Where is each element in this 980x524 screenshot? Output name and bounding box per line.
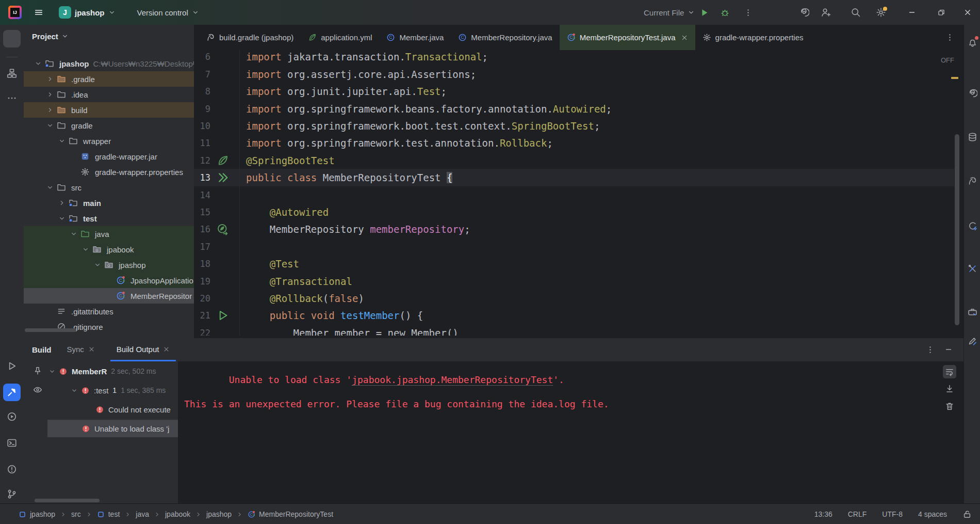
code-line-12[interactable]: 12@SpringBootTest <box>194 152 954 169</box>
breadcrumb-memberrepositorytest[interactable]: CMemberRepositoryTest <box>248 510 333 518</box>
stripe-services-button[interactable] <box>3 408 21 425</box>
breadcrumb-jpashop[interactable]: jpashop <box>19 510 55 518</box>
tab-memberrepository-java[interactable]: CMemberRepository.java <box>451 25 559 50</box>
stripe-structure-button[interactable] <box>3 65 21 82</box>
breadcrumb-jpashop[interactable]: jpashop <box>206 510 232 518</box>
chevron-down-icon[interactable] <box>69 387 79 394</box>
tree-item--idea[interactable]: .idea <box>24 87 194 102</box>
tree-item-src[interactable]: src <box>24 180 194 195</box>
stripe-project-folder-button[interactable]: M1.8 3.4h4.4l1.2 1.6h6.8v7.8H1.8z <box>3 30 21 47</box>
inspection-widget[interactable]: OFF <box>941 56 954 64</box>
gutter-run-class[interactable] <box>217 171 229 184</box>
project-widget[interactable]: J jpashop <box>55 4 120 21</box>
chevron-down-icon[interactable] <box>92 261 103 268</box>
debug-button[interactable] <box>718 6 731 19</box>
more-actions-button[interactable] <box>741 6 755 19</box>
code-line-22[interactable]: 22 Member member = new Member() <box>194 324 954 336</box>
code-line-13[interactable]: 13public class MemberRepositoryTest { <box>194 169 954 186</box>
run-config-widget[interactable]: Current File <box>640 4 699 21</box>
gutter-spring-leaf[interactable] <box>217 154 229 167</box>
close-tab-icon[interactable] <box>163 346 170 353</box>
stripe-terminal-button[interactable] <box>3 434 21 452</box>
tree-item-jpabook[interactable]: jpabook <box>24 242 194 257</box>
tab-gradle-wrapper-properties[interactable]: gradle-wrapper.properties <box>695 25 811 50</box>
breadcrumb-src[interactable]: src <box>71 510 81 518</box>
tree-item-jpashop[interactable]: jpashop <box>24 257 194 273</box>
tree-item-jpashopapplicatio[interactable]: CJpashopApplicatio <box>24 273 194 288</box>
close-tab-icon[interactable] <box>681 34 688 41</box>
tab-options-button[interactable] <box>943 30 956 44</box>
stripe-run-outline-button[interactable] <box>3 357 21 375</box>
tree-item-gradle[interactable]: gradle <box>24 118 194 133</box>
code-line-8[interactable]: 8import org.junit.jupiter.api.Test; <box>194 83 954 100</box>
chevron-down-icon[interactable] <box>69 230 79 237</box>
minimize-button[interactable] <box>902 0 922 25</box>
run-button[interactable] <box>697 6 711 19</box>
code-line-16[interactable]: 16 MemberRepository memberRepository; <box>194 220 954 238</box>
line-separator-widget[interactable]: CRLF <box>848 510 867 518</box>
stripe-problems-button[interactable] <box>3 461 21 478</box>
build-options-button[interactable] <box>923 343 937 356</box>
code-line-19[interactable]: 19 @Transactional <box>194 273 954 290</box>
chevron-down-icon[interactable] <box>33 60 43 67</box>
stripe-gradle-button[interactable] <box>965 173 980 188</box>
tab-memberrepositorytest-java[interactable]: CMemberRepositoryTest.java <box>560 25 695 50</box>
stripe-tools-button[interactable] <box>965 261 980 276</box>
main-menu-button[interactable] <box>30 4 47 21</box>
stripe-pen-button[interactable] <box>965 333 980 348</box>
unlocked-icon[interactable] <box>962 510 972 519</box>
tree-item-memberrepositor[interactable]: CMemberRepositor <box>24 288 194 304</box>
error-stripe-mark[interactable] <box>951 77 958 79</box>
code-line-11[interactable]: 11import org.springframework.test.annota… <box>194 134 954 152</box>
stripe-notifications-button[interactable] <box>965 35 980 50</box>
chevron-right-icon[interactable] <box>45 106 55 114</box>
project-panel-header[interactable]: Project <box>24 25 194 47</box>
tab-build-gradle-jpashop-[interactable]: build.gradle (jpashop) <box>199 25 301 50</box>
breadcrumb-java[interactable]: java <box>136 510 149 518</box>
gutter-run-method[interactable] <box>217 309 229 322</box>
tree-item-test[interactable]: test <box>24 211 194 226</box>
add-user-button[interactable] <box>819 6 832 19</box>
breadcrumb-test[interactable]: test <box>97 510 120 518</box>
editor-vscrollbar[interactable] <box>955 134 959 325</box>
chevron-right-icon[interactable] <box>57 199 67 207</box>
gutter-spring-bean[interactable] <box>217 223 229 235</box>
chevron-down-icon[interactable] <box>80 246 91 253</box>
scroll-to-end-button[interactable] <box>943 382 956 395</box>
chevron-down-icon[interactable] <box>47 368 57 375</box>
tree-item-java[interactable]: java <box>24 226 194 242</box>
code-line-7[interactable]: 7import org.assertj.core.api.Assertions; <box>194 66 954 83</box>
code-line-14[interactable]: 14 <box>194 186 954 204</box>
chevron-down-icon[interactable] <box>45 122 55 129</box>
build-console[interactable]: Unable to load class 'jpabook.jpashop.Me… <box>178 361 963 503</box>
stripe-database-button[interactable] <box>965 129 980 145</box>
code-editor[interactable]: 6import jakarta.transaction.Transactiona… <box>194 50 963 336</box>
stripe-ai-assistant-button[interactable] <box>965 85 980 101</box>
close-tab-icon[interactable] <box>88 346 95 353</box>
stripe-more-button[interactable] <box>3 89 21 107</box>
chevron-right-icon[interactable] <box>45 91 55 98</box>
code-line-6[interactable]: 6import jakarta.transaction.Transactiona… <box>194 50 954 66</box>
ai-assistant-button[interactable] <box>797 6 811 19</box>
code-line-17[interactable]: 17 <box>194 238 954 256</box>
indent-widget[interactable]: 4 spaces <box>918 510 947 518</box>
tree-item--gitignore[interactable]: .gitignore <box>24 319 194 335</box>
code-line-20[interactable]: 20 @Rollback(false) <box>194 290 954 307</box>
build-tab-build-output[interactable]: Build Output <box>110 338 176 361</box>
stripe-build-button[interactable] <box>3 384 21 401</box>
code-line-9[interactable]: 9import org.springframework.beans.factor… <box>194 100 954 118</box>
tree-item-gradle-wrapper-properties[interactable]: gradle-wrapper.properties <box>24 164 194 180</box>
search-button[interactable] <box>849 6 862 19</box>
project-tree-hscrollbar[interactable] <box>25 328 76 332</box>
chevron-down-icon[interactable] <box>57 137 67 145</box>
code-line-18[interactable]: 18 @Test <box>194 255 954 273</box>
console-class-link[interactable]: jpabook.jpashop.MemberRepositoryTest <box>352 374 553 386</box>
stripe-toolbox-button[interactable] <box>965 304 980 319</box>
tab-member-java[interactable]: CMember.java <box>379 25 451 50</box>
restore-button[interactable] <box>931 0 952 25</box>
stripe-version-control-button[interactable] <box>3 485 21 503</box>
tab-application-yml[interactable]: application.yml <box>301 25 379 50</box>
tree-item-build[interactable]: build <box>24 102 194 118</box>
cursor-position-widget[interactable]: 13:36 <box>814 510 832 518</box>
build-tab-sync[interactable]: Sync <box>61 338 101 361</box>
